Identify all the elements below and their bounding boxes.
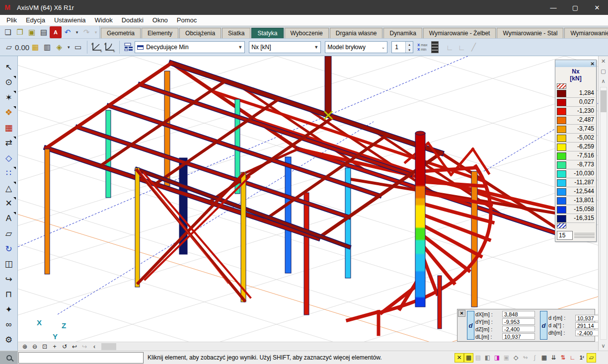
legend-titlebar[interactable]: ✕ — [555, 60, 596, 67]
report-maker-icon[interactable]: ▥ — [41, 41, 53, 53]
next-view-icon[interactable]: ↪ — [79, 343, 89, 350]
save-icon[interactable]: ▣ — [26, 26, 38, 38]
table-browser-icon[interactable]: ▦ — [29, 41, 41, 53]
steel-structure[interactable] — [45, 56, 576, 334]
reactions-display-icon[interactable]: ⇅ — [558, 353, 568, 363]
settings-wrench-icon[interactable]: ⚙ — [2, 333, 16, 347]
drawing-library-icon[interactable]: ◈ — [53, 41, 65, 53]
tab[interactable]: Elementy — [142, 28, 178, 38]
spinner-down-icon[interactable]: ▼ — [406, 47, 413, 53]
supports-icon[interactable]: ⊓ — [2, 288, 16, 301]
nonlinear-analysis-icon[interactable]: Pu — [103, 41, 116, 53]
scale-spinner[interactable]: 1 ▲ ▼ — [391, 41, 413, 53]
model-viewport[interactable]: Z X Y ✕ Nx [kN] — [18, 56, 598, 342]
result-component-combobox[interactable]: Nx [kN] ▼ — [249, 41, 321, 53]
display-mode-combobox[interactable]: Model bryłowy ⌄ — [325, 41, 387, 53]
save-to-library-icon[interactable]: ▭ — [72, 41, 84, 53]
workplane-icon[interactable]: ◫ — [2, 257, 16, 271]
coordinate-value[interactable]: 10,937 — [502, 333, 535, 340]
print-icon[interactable]: ▤ — [38, 26, 50, 38]
legend-scale-icon[interactable] — [574, 232, 595, 239]
section-integral-icon[interactable]: ∫ — [530, 353, 539, 363]
horizontal-scrollbar-thumb[interactable] — [101, 343, 116, 350]
tab[interactable]: Geometria — [101, 28, 141, 38]
layers-icon[interactable]: ▱ — [3, 41, 15, 53]
grid-snap-icon[interactable]: ▦ — [464, 353, 473, 363]
maximize-button[interactable]: ▢ — [564, 0, 586, 15]
paste-position-icon[interactable]: ▣ — [502, 353, 511, 363]
redo-dropdown-icon[interactable]: ▾ — [92, 26, 99, 38]
display-options-icon[interactable]: ∞ — [2, 318, 16, 332]
find-intersection-icon[interactable]: ✕ — [2, 197, 16, 211]
redo-icon[interactable]: ↷ — [80, 26, 92, 38]
transform-icon[interactable]: ◇ — [2, 151, 16, 165]
translate-icon[interactable]: ⇄ — [2, 136, 16, 150]
rotate-view-icon[interactable]: ↺ — [60, 343, 70, 350]
workplane-active-icon[interactable]: ◨ — [492, 353, 502, 363]
close-icon[interactable]: ✕ — [458, 310, 465, 317]
spinner-up-icon[interactable]: ▲ — [406, 42, 413, 47]
model-scene[interactable]: Z X Y — [18, 56, 598, 342]
minimize-button[interactable]: — — [542, 0, 564, 15]
animation-icon[interactable] — [431, 41, 439, 53]
coordinate-value[interactable]: 291,14 — [575, 322, 598, 329]
relative-coords-icon[interactable]: ↬ — [521, 353, 530, 363]
numbering-icon[interactable]: 1² — [577, 353, 587, 363]
diagram-line-icon[interactable]: ╱ — [467, 41, 479, 53]
tab[interactable]: Wymiarowanie - Żelbet — [423, 28, 496, 38]
undo-icon[interactable]: ↶ — [62, 26, 74, 38]
coordinate-value[interactable]: 10,937 — [575, 315, 598, 321]
mesh-display-icon[interactable]: ▦ — [539, 353, 549, 363]
close-button[interactable]: ✕ — [586, 0, 608, 15]
collapse-icon[interactable]: ‹ — [89, 343, 99, 350]
tab[interactable]: Obciążenia — [179, 28, 221, 38]
linear-analysis-icon[interactable]: Pu — [90, 41, 103, 53]
load-display-icon[interactable]: ⇊ — [549, 353, 558, 363]
select-cursor-icon[interactable]: ↖ — [2, 60, 16, 74]
coordinate-value[interactable]: -9,953 — [502, 318, 535, 325]
menu-item[interactable]: Okno — [148, 15, 172, 26]
geometry-tools-icon[interactable]: △ — [2, 181, 16, 195]
coordinate-value[interactable]: -2,400 — [575, 330, 598, 336]
pdf-export-icon[interactable]: A — [50, 26, 62, 38]
result-case-combobox[interactable]: Decydujące Min ▼ — [135, 41, 245, 53]
color-coding-icon[interactable]: ▦ — [2, 121, 16, 135]
coordinate-value[interactable]: 3,848 — [502, 311, 535, 317]
order-icon[interactable]: ↻ — [2, 242, 16, 256]
roof-mast[interactable] — [325, 56, 331, 115]
snap-intersection-icon[interactable]: ✕ — [455, 353, 464, 363]
panel-close-icon[interactable]: ✕ — [599, 56, 608, 66]
tab[interactable]: Siatka — [222, 28, 250, 38]
render-light-icon[interactable]: ✦ — [2, 302, 16, 316]
tab[interactable]: Wyboczenie — [285, 28, 329, 38]
local-system-icon[interactable]: ∟ — [444, 41, 456, 53]
background-layers-icon[interactable]: ▤ — [473, 353, 483, 363]
edit-plane-icon[interactable]: ▱ — [2, 227, 16, 241]
virtual-beam-icon[interactable]: ∷ — [2, 166, 16, 180]
workplane-icon[interactable]: ◧ — [483, 353, 492, 363]
delta-toggle-button[interactable]: d — [467, 311, 474, 340]
path-icon[interactable]: ↪ — [2, 272, 16, 286]
tab[interactable]: Wymiarowanie - Stal — [497, 28, 563, 38]
zoom-fit-icon[interactable]: ⊡ — [40, 343, 50, 350]
open-file-icon[interactable]: ❐ — [14, 26, 26, 38]
load-cases-icon[interactable] — [123, 41, 135, 53]
load-system-icon[interactable]: ∟ — [456, 41, 467, 53]
delta-toggle-button[interactable]: d — [540, 311, 547, 340]
rendering-mode-icon[interactable]: ❖ — [2, 106, 16, 120]
menu-item[interactable]: Dodatki — [117, 15, 148, 26]
minmax-labels-icon[interactable]: x max x min — [417, 43, 427, 52]
tab[interactable]: Statyka — [251, 28, 283, 38]
undo-dropdown-icon[interactable]: ▾ — [74, 26, 80, 38]
drawing-library-dropdown-icon[interactable]: ▾ — [65, 41, 72, 53]
local-axes-icon[interactable]: ∟ — [568, 353, 577, 363]
geometry-check-icon[interactable]: ◇ — [511, 353, 521, 363]
pan-icon[interactable]: + — [50, 343, 60, 350]
elevation-icon[interactable]: 0.00 — [15, 41, 29, 53]
menu-item[interactable]: Edycja — [21, 15, 50, 26]
vertical-scrollbar[interactable] — [600, 87, 607, 340]
parts-icon[interactable]: ▱ — [587, 353, 596, 363]
dimension-text-icon[interactable]: A — [2, 212, 16, 225]
new-file-icon[interactable]: ❏ — [2, 26, 14, 38]
close-icon[interactable]: ✕ — [589, 61, 596, 67]
